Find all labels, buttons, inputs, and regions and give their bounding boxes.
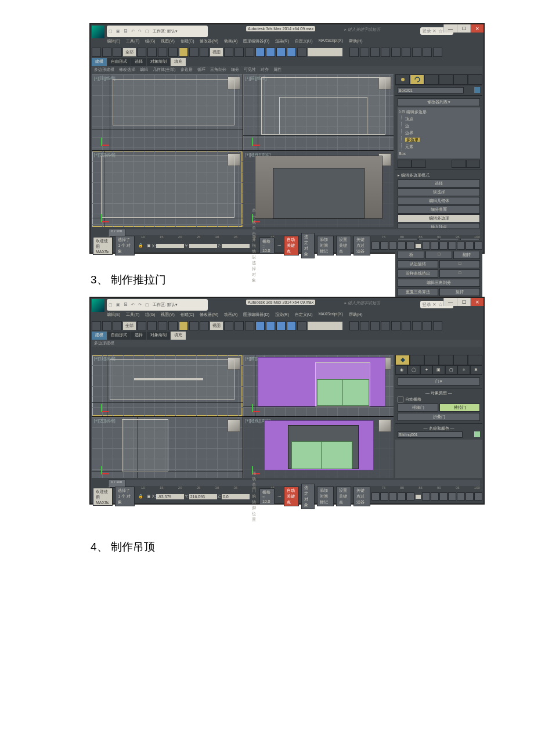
tb-snap-icon[interactable]: [255, 321, 265, 330]
panel-motion-icon[interactable]: [439, 355, 453, 365]
sr-prop[interactable]: 属性: [273, 67, 282, 74]
ribbon-tab-modeling[interactable]: 建模: [92, 332, 107, 340]
workspace-dropdown[interactable]: 工作区: 默认: [153, 302, 175, 308]
menu-group[interactable]: 组(G): [145, 312, 155, 320]
tb-rfw-icon[interactable]: [423, 48, 432, 57]
btn-hinge[interactable]: 从边旋转: [398, 260, 438, 268]
nav-zoom-icon[interactable]: [422, 492, 430, 501]
menu-grapheditors[interactable]: 图形编辑器(D): [243, 38, 269, 46]
btn-bifold-door[interactable]: 折叠门: [398, 413, 480, 421]
sr-poly[interactable]: 多边形建模: [94, 67, 114, 74]
nav-zoomall-icon[interactable]: [431, 492, 439, 501]
tb-rect-icon[interactable]: [158, 48, 167, 57]
tb-rprod-icon[interactable]: [433, 48, 442, 57]
tb-mat-icon[interactable]: [402, 321, 411, 330]
viewcube-icon[interactable]: [228, 419, 240, 432]
lock-icon[interactable]: 🔒: [138, 494, 143, 499]
menu-rendering[interactable]: 渲染(R): [275, 312, 289, 320]
tb-bind-icon[interactable]: [113, 48, 122, 57]
tb-name-icon[interactable]: [147, 321, 157, 330]
autogrid-checkbox[interactable]: [398, 397, 403, 402]
ribbon-tab-objpaint[interactable]: 对象绘制: [147, 332, 170, 340]
menu-create[interactable]: 创建(C): [181, 312, 194, 320]
sr-poly2[interactable]: 多边形: [181, 67, 193, 74]
viewport-left[interactable]: [+][左][线框]: [92, 151, 243, 227]
pb-next-icon[interactable]: [398, 492, 406, 501]
menu-views[interactable]: 视图(V): [161, 312, 174, 320]
maximize-button[interactable]: ☐: [457, 24, 470, 33]
cat-shapes-icon[interactable]: ◯: [407, 365, 420, 375]
menu-modifiers[interactable]: 修改器(M): [200, 312, 218, 320]
menu-maxscript[interactable]: MAXScript(X): [318, 38, 342, 46]
menu-edit[interactable]: 编辑(E): [107, 38, 120, 46]
ribbon-tab-objpaint[interactable]: 对象绘制: [147, 58, 170, 66]
nav-zoomall-icon[interactable]: [431, 242, 439, 250]
sr-align[interactable]: 对齐: [261, 67, 269, 74]
ribbon-tab-freeform[interactable]: 自由形式: [107, 58, 131, 66]
viewport-front[interactable]: [+][前][线框]: [243, 74, 394, 150]
btn-sliding-door[interactable]: 推拉门: [439, 404, 480, 412]
tb-move-icon[interactable]: [179, 321, 188, 330]
keymode-icon[interactable]: ⊸: [277, 243, 281, 248]
nav-max-icon[interactable]: [474, 242, 482, 250]
tb-align-icon[interactable]: [360, 48, 369, 57]
tb-window-icon[interactable]: [168, 48, 178, 57]
menu-group[interactable]: 组(G): [145, 38, 155, 46]
x-field[interactable]: -93.379: [156, 494, 184, 499]
ribbon-tab-freeform[interactable]: 自由形式: [107, 332, 131, 340]
iso-icon[interactable]: ▣: [147, 243, 151, 248]
menu-help[interactable]: 帮助(H): [349, 312, 363, 320]
menu-maxscript[interactable]: MAXScript(X): [318, 312, 342, 320]
ribbon-tab-populate[interactable]: 填充: [171, 58, 186, 66]
tb-rfw-icon[interactable]: [423, 321, 432, 330]
frame-field[interactable]: 0: [416, 244, 421, 248]
y-field[interactable]: 216.093: [189, 494, 217, 499]
nav-fov-icon[interactable]: [439, 492, 448, 501]
tb-align-icon[interactable]: [360, 321, 369, 330]
nav-zoome-icon[interactable]: [448, 242, 456, 250]
tb-mirror-icon[interactable]: [349, 48, 359, 57]
tb-ang-icon[interactable]: [266, 321, 275, 330]
tb-link-icon[interactable]: [92, 321, 101, 330]
sr-edit[interactable]: 编辑: [140, 67, 148, 74]
iso-icon[interactable]: ▣: [147, 494, 151, 499]
viewcube-icon[interactable]: [378, 419, 391, 432]
tb-layer-icon[interactable]: [370, 48, 380, 57]
viewport-front[interactable]: [+][前][线框]: [243, 355, 394, 416]
panel-create-icon[interactable]: [395, 74, 410, 85]
cat-helpers-icon[interactable]: ▢: [445, 365, 457, 375]
tb-mat-icon[interactable]: [402, 48, 411, 57]
menu-customize[interactable]: 自定义(U): [295, 38, 313, 46]
tb-manip-icon[interactable]: [234, 48, 244, 57]
tb-pct-icon[interactable]: [276, 321, 286, 330]
tb-rotate-icon[interactable]: [189, 321, 199, 330]
subcategory-dropdown[interactable]: 门 ▾: [398, 377, 480, 386]
selset-button[interactable]: 选定对象: [301, 233, 315, 258]
search-input[interactable]: ▸ 键入关键字或短语: [344, 300, 380, 306]
modifier-list-dropdown[interactable]: 修改器列表 ▾: [398, 98, 480, 106]
nav-pan-icon[interactable]: [457, 242, 465, 250]
sr-poly[interactable]: 多边形建模: [94, 340, 114, 346]
menu-create[interactable]: 创建(C): [181, 38, 194, 46]
menu-customize[interactable]: 自定义(U): [295, 312, 313, 320]
cat-space-icon[interactable]: ⚛: [457, 365, 470, 375]
tb-spin-icon[interactable]: [287, 321, 296, 330]
pb-play-icon[interactable]: [389, 492, 397, 501]
frame-field[interactable]: 0: [416, 495, 421, 499]
pb-start-icon[interactable]: [371, 492, 380, 501]
tb-rotate-icon[interactable]: [189, 48, 199, 57]
keyfilter-button[interactable]: 关键点过滤器: [353, 487, 370, 506]
pb-prev-icon[interactable]: [380, 242, 388, 250]
setkey-button[interactable]: 设置关键点: [336, 236, 351, 255]
tb-schem-icon[interactable]: [391, 48, 400, 57]
viewport-top[interactable]: [+][顶][线框]: [92, 74, 243, 150]
autokey-button[interactable]: 自动关键点: [284, 487, 299, 506]
ref-coord-dropdown[interactable]: 视图: [210, 322, 223, 330]
close-button[interactable]: ✕: [470, 298, 484, 306]
tb-unlink-icon[interactable]: [102, 321, 111, 330]
tb-key-icon[interactable]: [245, 48, 254, 57]
tb-layer-icon[interactable]: [370, 321, 380, 330]
btn-turn[interactable]: 旋转: [439, 288, 480, 296]
panel-display-icon[interactable]: [453, 355, 468, 365]
menu-tools[interactable]: 工具(T): [126, 38, 139, 46]
